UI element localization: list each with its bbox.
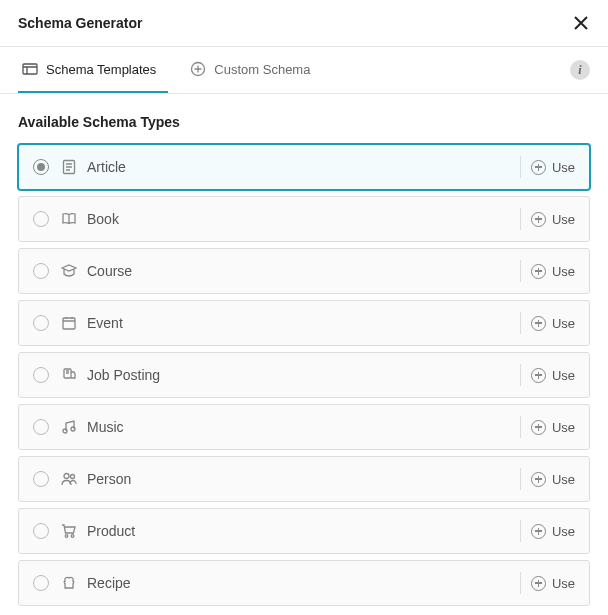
tab-label: Custom Schema xyxy=(214,62,310,77)
use-group: Use xyxy=(520,520,575,542)
use-button[interactable]: Use xyxy=(531,212,575,227)
schema-item-event[interactable]: Event Use xyxy=(18,300,590,346)
radio-button[interactable] xyxy=(33,367,49,383)
product-icon xyxy=(61,523,77,539)
close-button[interactable] xyxy=(572,14,590,32)
use-button[interactable]: Use xyxy=(531,472,575,487)
use-button[interactable]: Use xyxy=(531,368,575,383)
tabs-row: Schema Templates Custom Schema i xyxy=(0,47,608,94)
section-heading: Available Schema Types xyxy=(0,94,608,144)
use-label: Use xyxy=(552,420,575,435)
dialog-header: Schema Generator xyxy=(0,0,608,47)
radio-button[interactable] xyxy=(33,263,49,279)
plus-icon xyxy=(531,160,546,175)
radio-button[interactable] xyxy=(33,159,49,175)
svg-point-8 xyxy=(71,475,75,479)
tab-label: Schema Templates xyxy=(46,62,156,77)
close-icon xyxy=(573,15,589,31)
schema-type-list: Article Use Book Use Course xyxy=(0,144,608,606)
schema-item-label: Music xyxy=(87,419,124,435)
book-icon xyxy=(61,211,77,227)
person-icon xyxy=(61,471,77,487)
svg-point-9 xyxy=(65,535,68,538)
use-label: Use xyxy=(552,212,575,227)
use-label: Use xyxy=(552,472,575,487)
separator xyxy=(520,208,521,230)
separator xyxy=(520,156,521,178)
tab-custom-schema[interactable]: Custom Schema xyxy=(186,47,322,93)
separator xyxy=(520,572,521,594)
schema-item-person[interactable]: Person Use xyxy=(18,456,590,502)
use-label: Use xyxy=(552,368,575,383)
use-group: Use xyxy=(520,156,575,178)
svg-rect-0 xyxy=(23,64,37,74)
radio-button[interactable] xyxy=(33,575,49,591)
use-button[interactable]: Use xyxy=(531,576,575,591)
use-group: Use xyxy=(520,260,575,282)
svg-rect-3 xyxy=(63,318,75,329)
schema-item-recipe[interactable]: Recipe Use xyxy=(18,560,590,606)
use-label: Use xyxy=(552,264,575,279)
use-button[interactable]: Use xyxy=(531,316,575,331)
use-label: Use xyxy=(552,160,575,175)
course-icon xyxy=(61,263,77,279)
radio-button[interactable] xyxy=(33,523,49,539)
plus-icon xyxy=(531,472,546,487)
schema-item-label: Course xyxy=(87,263,132,279)
schema-item-label: Event xyxy=(87,315,123,331)
dialog-title: Schema Generator xyxy=(18,15,143,31)
plus-icon xyxy=(531,524,546,539)
radio-button[interactable] xyxy=(33,211,49,227)
job-icon xyxy=(61,367,77,383)
use-group: Use xyxy=(520,468,575,490)
radio-button[interactable] xyxy=(33,471,49,487)
schema-item-label: Article xyxy=(87,159,126,175)
use-button[interactable]: Use xyxy=(531,524,575,539)
plus-icon xyxy=(531,576,546,591)
svg-point-6 xyxy=(71,427,75,431)
schema-item-label: Person xyxy=(87,471,131,487)
templates-icon xyxy=(22,61,38,77)
use-group: Use xyxy=(520,312,575,334)
use-button[interactable]: Use xyxy=(531,264,575,279)
schema-item-music[interactable]: Music Use xyxy=(18,404,590,450)
use-label: Use xyxy=(552,576,575,591)
separator xyxy=(520,468,521,490)
schema-item-course[interactable]: Course Use xyxy=(18,248,590,294)
radio-button[interactable] xyxy=(33,315,49,331)
article-icon xyxy=(61,159,77,175)
svg-point-7 xyxy=(64,474,69,479)
tab-schema-templates[interactable]: Schema Templates xyxy=(18,47,168,93)
plus-icon xyxy=(531,368,546,383)
plus-icon xyxy=(531,420,546,435)
event-icon xyxy=(61,315,77,331)
use-group: Use xyxy=(520,572,575,594)
svg-point-10 xyxy=(71,535,74,538)
svg-point-5 xyxy=(63,429,67,433)
schema-item-job-posting[interactable]: Job Posting Use xyxy=(18,352,590,398)
music-icon xyxy=(61,419,77,435)
schema-item-label: Book xyxy=(87,211,119,227)
separator xyxy=(520,364,521,386)
plus-circle-icon xyxy=(190,61,206,77)
use-label: Use xyxy=(552,524,575,539)
schema-item-product[interactable]: Product Use xyxy=(18,508,590,554)
radio-button[interactable] xyxy=(33,419,49,435)
info-button[interactable]: i xyxy=(570,60,590,80)
recipe-icon xyxy=(61,575,77,591)
plus-icon xyxy=(531,264,546,279)
schema-item-label: Recipe xyxy=(87,575,131,591)
plus-icon xyxy=(531,316,546,331)
separator xyxy=(520,416,521,438)
use-button[interactable]: Use xyxy=(531,420,575,435)
use-group: Use xyxy=(520,208,575,230)
schema-item-article[interactable]: Article Use xyxy=(18,144,590,190)
use-button[interactable]: Use xyxy=(531,160,575,175)
separator xyxy=(520,312,521,334)
schema-item-label: Product xyxy=(87,523,135,539)
schema-item-book[interactable]: Book Use xyxy=(18,196,590,242)
use-label: Use xyxy=(552,316,575,331)
use-group: Use xyxy=(520,364,575,386)
schema-item-label: Job Posting xyxy=(87,367,160,383)
plus-icon xyxy=(531,212,546,227)
